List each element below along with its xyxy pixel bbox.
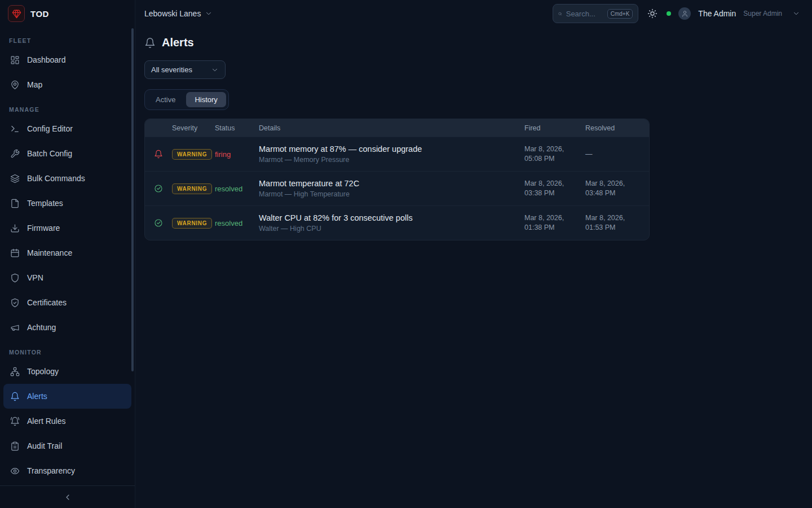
section-label-fleet: FLEET bbox=[0, 37, 135, 44]
sidebar-item-firmware[interactable]: Firmware bbox=[3, 216, 131, 240]
sidebar-item-label: Batch Config bbox=[27, 149, 72, 158]
alert-firing-icon bbox=[154, 150, 172, 159]
user-menu-button[interactable] bbox=[789, 7, 803, 20]
alert-title: Marmot memory at 87% — consider upgrade bbox=[259, 144, 524, 154]
alert-resolved-icon bbox=[154, 218, 172, 227]
resolved-date: Mar 8, 2026, 03:48 PM bbox=[585, 179, 640, 198]
wrench-icon bbox=[10, 149, 20, 159]
chevron-down-icon bbox=[211, 66, 219, 74]
calendar-icon bbox=[10, 248, 20, 258]
alert-title: Walter CPU at 82% for 3 consecutive poll… bbox=[259, 213, 524, 222]
org-name: Lebowski Lanes bbox=[144, 9, 201, 18]
sidebar-item-label: Transparency bbox=[27, 466, 75, 475]
resolved-date: Mar 8, 2026, 01:53 PM bbox=[585, 213, 640, 233]
alert-resolved-icon bbox=[154, 184, 172, 193]
section-label-monitor: MONITOR bbox=[0, 349, 135, 356]
sidebar-item-label: Certificates bbox=[27, 298, 67, 307]
chevron-left-icon bbox=[63, 493, 72, 502]
avatar[interactable] bbox=[678, 7, 691, 20]
sidebar-item-label: Dashboard bbox=[27, 55, 66, 64]
sidebar-item-maintenance[interactable]: Maintenance bbox=[3, 240, 131, 265]
sidebar-item-bulk-commands[interactable]: Bulk Commands bbox=[3, 166, 131, 191]
alert-subtitle: Marmot — Memory Pressure bbox=[259, 156, 524, 164]
col-status: Status bbox=[215, 124, 259, 132]
online-status-dot bbox=[667, 11, 671, 16]
sidebar-item-label: Map bbox=[27, 80, 42, 89]
search-box[interactable]: Cmd+K bbox=[553, 4, 638, 23]
severity-badge: WARNING bbox=[172, 218, 212, 229]
fired-date: Mar 8, 2026, 05:08 PM bbox=[524, 144, 585, 164]
search-shortcut-badge: Cmd+K bbox=[607, 9, 633, 19]
alerts-table-header: Severity Status Details Fired Resolved bbox=[145, 119, 649, 137]
user-role-badge: Super Admin bbox=[743, 10, 782, 17]
alerts-page: Alerts All severities Active History Sev… bbox=[135, 27, 812, 508]
severity-badge: WARNING bbox=[172, 183, 212, 194]
dashboard-grid-icon bbox=[10, 55, 20, 65]
severity-badge: WARNING bbox=[172, 149, 212, 160]
sidebar-item-label: VPN bbox=[27, 273, 43, 282]
sidebar-item-label: Templates bbox=[27, 199, 63, 208]
table-row[interactable]: WARNING firing Marmot memory at 87% — co… bbox=[145, 137, 649, 171]
table-row[interactable]: WARNING resolved Walter CPU at 82% for 3… bbox=[145, 205, 649, 240]
network-icon bbox=[10, 367, 20, 376]
alert-details: Walter CPU at 82% for 3 consecutive poll… bbox=[259, 213, 524, 233]
theme-toggle-button[interactable] bbox=[646, 7, 659, 20]
search-input[interactable] bbox=[566, 10, 603, 18]
topbar: Lebowski Lanes Cmd+K The Admin Super Adm… bbox=[135, 0, 812, 27]
alert-details: Marmot memory at 87% — consider upgrade … bbox=[259, 144, 524, 164]
file-icon bbox=[10, 199, 20, 208]
map-pin-icon bbox=[10, 80, 20, 90]
sidebar-item-map[interactable]: Map bbox=[3, 72, 131, 97]
sidebar-item-topology[interactable]: Topology bbox=[3, 359, 131, 384]
col-details: Details bbox=[259, 124, 524, 132]
alert-details: Marmot temperature at 72C Marmot — High … bbox=[259, 179, 524, 198]
sidebar-footer bbox=[0, 485, 135, 508]
org-switcher[interactable]: Lebowski Lanes bbox=[144, 9, 213, 18]
page-title: Alerts bbox=[162, 36, 194, 49]
sidebar-item-label: Achtung bbox=[27, 323, 56, 332]
sidebar-item-audit-trail[interactable]: Audit Trail bbox=[3, 433, 131, 458]
chevron-down-icon bbox=[792, 10, 800, 17]
sidebar-item-label: Topology bbox=[27, 367, 59, 376]
shield-icon bbox=[10, 273, 20, 283]
sun-icon bbox=[647, 8, 657, 19]
sidebar-item-alerts[interactable]: Alerts bbox=[3, 384, 131, 409]
sidebar-item-vpn[interactable]: VPN bbox=[3, 265, 131, 290]
sidebar-item-certificates[interactable]: Certificates bbox=[3, 290, 131, 315]
tab-active[interactable]: Active bbox=[147, 92, 184, 107]
col-fired: Fired bbox=[524, 124, 585, 132]
resolved-date: — bbox=[585, 150, 640, 159]
sidebar-item-config-editor[interactable]: Config Editor bbox=[3, 116, 131, 141]
nav-section-monitor: MONITOR Topology Alerts Alert Rules Audi… bbox=[0, 349, 135, 483]
clipboard-icon bbox=[10, 441, 20, 451]
app-logo[interactable]: TOD bbox=[0, 0, 135, 27]
alert-title: Marmot temperature at 72C bbox=[259, 179, 524, 188]
sidebar-collapse-button[interactable] bbox=[60, 490, 75, 505]
chevron-down-icon bbox=[205, 10, 213, 17]
status-text: firing bbox=[215, 150, 259, 159]
sidebar-item-achtung[interactable]: Achtung bbox=[3, 315, 131, 340]
severity-filter-value: All severities bbox=[151, 65, 192, 74]
severity-filter-select[interactable]: All severities bbox=[144, 60, 226, 79]
sidebar-item-label: Alerts bbox=[27, 392, 47, 401]
status-text: resolved bbox=[215, 185, 259, 193]
sidebar-item-transparency[interactable]: Transparency bbox=[3, 458, 131, 483]
col-resolved: Resolved bbox=[585, 124, 640, 132]
table-row[interactable]: WARNING resolved Marmot temperature at 7… bbox=[145, 171, 649, 205]
fired-date: Mar 8, 2026, 01:38 PM bbox=[524, 213, 585, 233]
alert-subtitle: Marmot — High Temperature bbox=[259, 190, 524, 198]
sidebar-scrollbar[interactable] bbox=[131, 28, 134, 371]
sidebar-item-label: Alert Rules bbox=[27, 417, 65, 426]
user-name: The Admin bbox=[698, 9, 736, 18]
bell-icon bbox=[144, 37, 156, 49]
tab-history[interactable]: History bbox=[186, 92, 226, 107]
sidebar-item-batch-config[interactable]: Batch Config bbox=[3, 141, 131, 166]
topbar-right: Cmd+K The Admin Super Admin bbox=[553, 4, 803, 23]
sidebar-item-templates[interactable]: Templates bbox=[3, 191, 131, 216]
sidebar-item-alert-rules[interactable]: Alert Rules bbox=[3, 409, 131, 433]
fired-date: Mar 8, 2026, 03:38 PM bbox=[524, 179, 585, 198]
nav-section-fleet: FLEET Dashboard Map bbox=[0, 37, 135, 97]
bell-icon bbox=[10, 392, 20, 401]
search-icon bbox=[558, 10, 562, 18]
sidebar-item-dashboard[interactable]: Dashboard bbox=[3, 47, 131, 72]
